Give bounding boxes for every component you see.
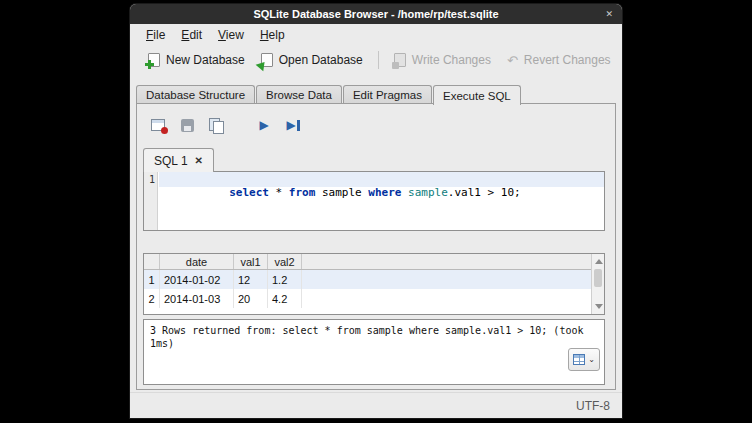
execute-line-icon: ▶ <box>286 119 295 131</box>
results-message-panel: 3 Rows returned from: select * from samp… <box>143 319 605 385</box>
sql-tab-close-icon[interactable]: ✕ <box>195 155 203 166</box>
cell-val1[interactable]: 20 <box>234 289 268 308</box>
sql-editor[interactable]: 1 select * from sample where sample.val1… <box>143 171 605 231</box>
cell-val1[interactable]: 12 <box>234 270 268 289</box>
main-tabbar: Database Structure Browse Data Edit Prag… <box>136 85 522 104</box>
sql-tab-sql1[interactable]: SQL 1 ✕ <box>143 148 214 172</box>
tab-browse-data[interactable]: Browse Data <box>256 85 342 104</box>
table-row[interactable]: 2 2014-01-03 20 4.2 <box>144 289 604 308</box>
execute-all-button[interactable]: ▶ <box>255 116 273 134</box>
line-number-gutter: 1 <box>144 172 158 230</box>
save-results-button[interactable]: ⌄ <box>568 348 600 371</box>
cell-val2[interactable]: 4.2 <box>268 289 302 308</box>
row-number: 2 <box>144 289 160 308</box>
encoding-indicator: UTF-8 <box>576 399 610 413</box>
menu-help[interactable]: Help <box>252 26 293 44</box>
execute-line-bar <box>297 120 300 131</box>
window-title: SQLite Database Browser - /home/rp/test.… <box>253 8 498 20</box>
revert-changes-icon: ↶ <box>507 54 518 67</box>
menu-edit[interactable]: Edit <box>173 26 210 44</box>
open-database-button[interactable]: Open Database <box>253 50 371 70</box>
sql-keyword: from <box>289 186 316 199</box>
header-row-number <box>144 254 160 269</box>
open-database-icon <box>261 53 273 67</box>
table-icon <box>573 354 585 365</box>
sql-tab-label: SQL 1 <box>154 154 188 168</box>
sql-table-name: sample <box>408 186 448 199</box>
header-filler <box>302 254 604 269</box>
app-window: SQLite Database Browser - /home/rp/test.… <box>130 4 622 418</box>
scroll-up-icon[interactable] <box>595 259 603 264</box>
sql-text: .val1 > 10; <box>448 186 521 199</box>
toolbar-separator <box>378 51 379 69</box>
write-changes-icon <box>394 53 406 67</box>
sql-code-line[interactable]: select * from sample where sample.val1 >… <box>159 172 604 212</box>
table-row[interactable]: 1 2014-01-02 12 1.2 <box>144 270 604 289</box>
header-val2[interactable]: val2 <box>268 254 302 269</box>
cell-date[interactable]: 2014-01-02 <box>160 270 234 289</box>
open-sql-file-button[interactable] <box>149 116 167 134</box>
close-icon[interactable]: ✕ <box>605 4 613 24</box>
new-database-button[interactable]: New Database <box>140 50 253 70</box>
menu-view[interactable]: View <box>210 26 252 44</box>
copy-icon <box>209 118 223 132</box>
tab-execute-sql[interactable]: Execute SQL <box>433 85 521 105</box>
chevron-down-icon: ⌄ <box>588 356 595 364</box>
sql-keyword: where <box>368 186 401 199</box>
row-number: 1 <box>144 270 160 289</box>
sql-text: * <box>269 186 289 199</box>
results-scrollbar[interactable] <box>591 254 604 314</box>
results-grid: date val1 val2 1 2014-01-02 12 1.2 2 201… <box>143 253 605 315</box>
scrollbar-thumb[interactable] <box>594 269 602 287</box>
execute-all-icon: ▶ <box>259 119 268 131</box>
header-val1[interactable]: val1 <box>234 254 268 269</box>
revert-changes-button[interactable]: ↶ Revert Changes <box>499 50 619 70</box>
copy-sql-button[interactable] <box>207 116 225 134</box>
header-date[interactable]: date <box>160 254 234 269</box>
execute-line-button[interactable]: ▶ <box>284 116 302 134</box>
sql-keyword: select <box>229 186 269 199</box>
sql-text: sample <box>315 186 368 199</box>
save-sql-file-icon <box>181 119 194 132</box>
open-sql-file-icon <box>151 119 165 131</box>
main-toolbar: New Database Open Database Write Changes… <box>130 45 622 75</box>
statusbar: UTF-8 <box>130 392 622 418</box>
revert-changes-label: Revert Changes <box>524 53 611 67</box>
menubar: File Edit View Help <box>130 24 622 45</box>
cell-date[interactable]: 2014-01-03 <box>160 289 234 308</box>
open-database-label: Open Database <box>279 53 363 67</box>
results-message: 3 Rows returned from: select * from samp… <box>144 320 604 354</box>
write-changes-label: Write Changes <box>412 53 491 67</box>
execute-sql-panel: ▶ ▶ SQL 1 ✕ 1 select * from sample where… <box>136 103 616 390</box>
save-sql-file-button[interactable] <box>178 116 196 134</box>
tab-edit-pragmas[interactable]: Edit Pragmas <box>343 85 432 104</box>
cell-val2[interactable]: 1.2 <box>268 270 302 289</box>
current-line-highlight: select * from sample where sample.val1 >… <box>159 172 604 187</box>
titlebar[interactable]: SQLite Database Browser - /home/rp/test.… <box>130 4 622 24</box>
new-database-label: New Database <box>166 53 245 67</box>
tab-database-structure[interactable]: Database Structure <box>136 85 255 104</box>
menu-file[interactable]: File <box>138 26 173 44</box>
results-header-row: date val1 val2 <box>144 254 604 270</box>
write-changes-button[interactable]: Write Changes <box>386 50 499 70</box>
scroll-down-icon[interactable] <box>595 304 603 309</box>
sql-toolbar: ▶ ▶ <box>149 116 302 134</box>
new-database-icon <box>148 53 160 67</box>
